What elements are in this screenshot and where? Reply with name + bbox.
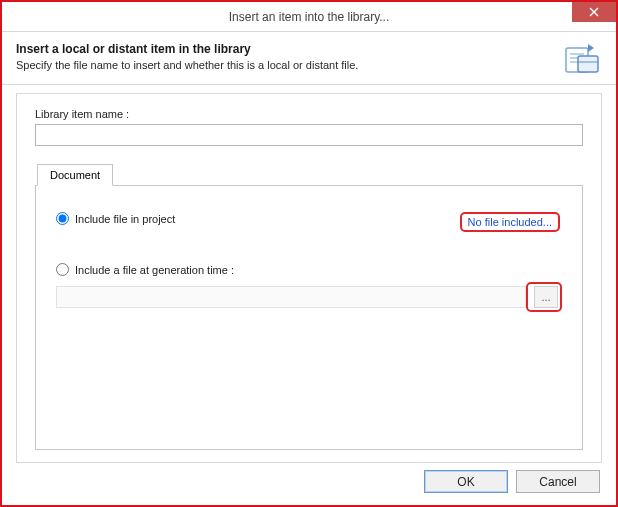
option-include-at-generation: Include a file at generation time : ... (56, 263, 562, 312)
svg-marker-7 (588, 44, 594, 52)
window-title: Insert an item into the library... (2, 10, 616, 24)
no-file-included-link[interactable]: No file included... (460, 212, 560, 232)
radio-include-in-project[interactable] (56, 212, 69, 225)
header-text: Insert a local or distant item in the li… (16, 42, 556, 71)
library-item-label: Library item name : (35, 108, 583, 120)
browse-button[interactable]: ... (534, 286, 558, 308)
close-button[interactable] (572, 2, 616, 22)
header-band: Insert a local or distant item in the li… (2, 32, 616, 85)
tab-body-document: Include file in project No file included… (35, 185, 583, 450)
radio-include-at-generation-label: Include a file at generation time : (75, 264, 234, 276)
generation-path-row: ... (56, 282, 562, 312)
option-include-at-generation-row[interactable]: Include a file at generation time : (56, 263, 562, 276)
ellipsis-icon: ... (541, 291, 550, 303)
library-item-input[interactable] (35, 124, 583, 146)
header-subtitle: Specify the file name to insert and whet… (16, 59, 556, 71)
svg-rect-6 (578, 56, 598, 72)
cancel-button[interactable]: Cancel (516, 470, 600, 493)
close-icon (589, 7, 599, 17)
titlebar: Insert an item into the library... (2, 2, 616, 32)
library-icon (564, 42, 602, 76)
content-area: Library item name : Document Include fil… (2, 85, 616, 463)
ok-button[interactable]: OK (424, 470, 508, 493)
inner-panel: Library item name : Document Include fil… (16, 93, 602, 463)
tab-document[interactable]: Document (37, 164, 113, 186)
generation-path-input (56, 286, 526, 308)
radio-include-at-generation[interactable] (56, 263, 69, 276)
dialog-footer: OK Cancel (2, 460, 616, 505)
header-title: Insert a local or distant item in the li… (16, 42, 556, 56)
radio-include-in-project-label: Include file in project (75, 213, 175, 225)
browse-highlight: ... (526, 282, 562, 312)
tab-area: Document Include file in project No file… (35, 164, 583, 450)
